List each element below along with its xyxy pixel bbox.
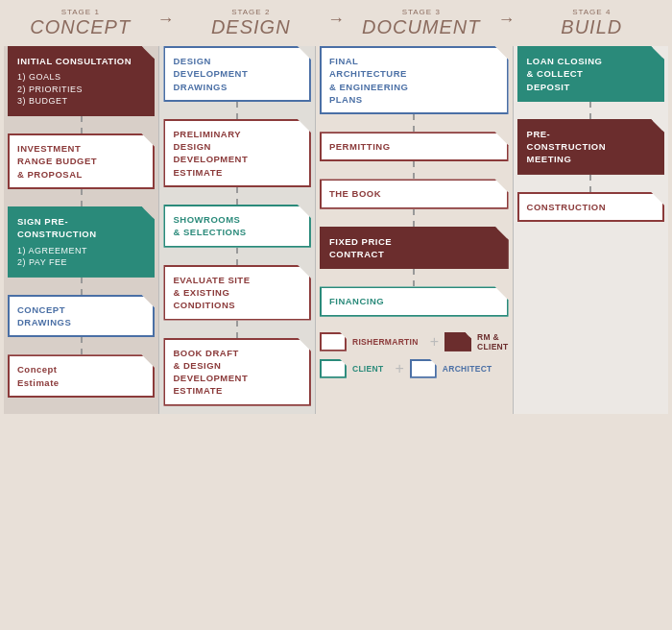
stage-2-header: STAGE 2 DESIGN	[175, 8, 328, 42]
connector-4	[81, 337, 83, 354]
concept-estimate-text: Concept Estimate	[17, 363, 145, 389]
connector-1	[81, 116, 83, 133]
fixed-price-text: FIXED PRICE CONTRACT	[329, 235, 499, 261]
stage-4-header: STAGE 4 BUILD	[516, 8, 669, 42]
stage-2-name: DESIGN	[211, 16, 291, 38]
plus-1: +	[430, 333, 439, 351]
arrow-1: →	[157, 10, 175, 30]
connector-d3	[236, 248, 238, 265]
connector-2	[81, 189, 83, 206]
concept-drawings-text: CONCEPT DRAWINGS	[17, 303, 145, 329]
connector-doc1	[413, 114, 415, 132]
stage-3-header: STAGE 3 DOCUMENT	[345, 8, 498, 42]
sign-pre-title: SIGN PRE- CONSTRUCTION	[17, 215, 145, 241]
stage-1-number: STAGE 1	[61, 8, 100, 16]
legend-rishermartin-icon	[320, 332, 347, 351]
legend-row-2: CLIENT + ARCHITECT	[320, 359, 509, 378]
connector-3	[81, 278, 83, 295]
plus-2: +	[395, 360, 403, 377]
connector-doc3	[413, 209, 415, 227]
permitting-card: PERMITTING	[320, 132, 509, 161]
final-architecture-card: FINAL ARCHITECTURE & ENGINEERING PLANS	[320, 46, 509, 114]
construction-text: CONSTRUCTION	[527, 201, 655, 213]
header: STAGE 1 CONCEPT → STAGE 2 DESIGN → STAGE…	[0, 0, 672, 46]
the-book-card: THE BOOK	[320, 179, 509, 208]
investment-range-text: INVESTMENT RANGE BUDGET & PROPOSAL	[17, 142, 145, 181]
construction-card: CONSTRUCTION	[517, 192, 664, 222]
legend-rmclient-label: RM & CLIENT	[477, 332, 509, 351]
evaluate-site-card: EVALUATE SITE & EXISTING CONDITIONS	[163, 265, 310, 321]
legend-architect-label: ARCHITECT	[443, 364, 492, 374]
stage-3-name: DOCUMENT	[362, 16, 481, 38]
arrow-2: →	[327, 10, 345, 30]
evaluate-site-text: EVALUATE SITE & EXISTING CONDITIONS	[173, 274, 300, 312]
initial-consultation-subtext: 1) GOALS 2) PRIORITIES 3) BUDGET	[17, 71, 145, 108]
stage-1-name: CONCEPT	[30, 16, 131, 38]
the-book-text: THE BOOK	[329, 187, 499, 200]
loan-closing-card: LOAN CLOSING & COLLECT DEPOSIT	[517, 46, 664, 102]
final-architecture-text: FINAL ARCHITECTURE & ENGINEERING PLANS	[329, 55, 499, 106]
permitting-text: PERMITTING	[329, 140, 499, 153]
legend-client-label: CLIENT	[352, 364, 384, 374]
connector-d4	[236, 321, 238, 338]
initial-consultation-card: INITIAL CONSULTATION 1) GOALS 2) PRIORIT…	[8, 46, 155, 116]
initial-consultation-title: INITIAL CONSULTATION	[17, 55, 145, 67]
col-document: FINAL ARCHITECTURE & ENGINEERING PLANS P…	[316, 46, 514, 414]
legend-row-1: RISHERMARTIN + RM & CLIENT	[320, 332, 509, 351]
arrow-3: →	[498, 10, 516, 30]
connector-d1	[236, 102, 238, 119]
concept-estimate-card: Concept Estimate	[8, 354, 155, 398]
pre-construction-card: PRE- CONSTRUCTION MEETING	[517, 119, 664, 175]
col-build: LOAN CLOSING & COLLECT DEPOSIT PRE- CONS…	[514, 46, 668, 414]
showrooms-text: SHOWROOMS & SELECTIONS	[173, 213, 300, 239]
financing-card: FINANCING	[320, 286, 509, 316]
design-development-card: DESIGN DEVELOPMENT DRAWINGS	[163, 46, 310, 102]
col-concept: INITIAL CONSULTATION 1) GOALS 2) PRIORIT…	[4, 46, 159, 414]
connector-d2	[236, 187, 238, 205]
fixed-price-card: FIXED PRICE CONTRACT	[320, 227, 509, 270]
connector-doc4	[413, 269, 415, 286]
stage-2-number: STAGE 2	[231, 8, 270, 16]
stage-1-header: STAGE 1 CONCEPT	[4, 8, 157, 42]
book-draft-card: BOOK DRAFT & DESIGN DEVELOPMENT ESTIMATE	[163, 338, 310, 406]
legend-architect-icon	[410, 359, 437, 378]
connector-b1	[589, 102, 591, 119]
main-container: STAGE 1 CONCEPT → STAGE 2 DESIGN → STAGE…	[0, 0, 672, 414]
preliminary-design-card: PRELIMINARY DESIGN DEVELOPMENT ESTIMATE	[163, 119, 310, 187]
stage-4-number: STAGE 4	[572, 8, 611, 16]
legend-client-icon	[320, 359, 347, 378]
legend-area: RISHERMARTIN + RM & CLIENT CLIENT + ARCH…	[320, 328, 509, 382]
stage-3-number: STAGE 3	[402, 8, 441, 16]
col-design: DESIGN DEVELOPMENT DRAWINGS PRELIMINARY …	[159, 46, 315, 414]
book-draft-text: BOOK DRAFT & DESIGN DEVELOPMENT ESTIMATE	[173, 347, 300, 398]
sign-pre-construction-card: SIGN PRE- CONSTRUCTION 1) AGREEMENT 2) P…	[8, 206, 155, 278]
loan-closing-text: LOAN CLOSING & COLLECT DEPOSIT	[527, 55, 655, 93]
sign-pre-subtext: 1) AGREEMENT 2) PAY FEE	[17, 245, 145, 269]
preliminary-design-text: PRELIMINARY DESIGN DEVELOPMENT ESTIMATE	[173, 128, 300, 179]
stage-4-name: BUILD	[561, 16, 622, 38]
financing-text: FINANCING	[329, 295, 499, 307]
design-development-text: DESIGN DEVELOPMENT DRAWINGS	[173, 55, 300, 93]
investment-range-card: INVESTMENT RANGE BUDGET & PROPOSAL	[8, 133, 155, 189]
connector-doc2	[413, 161, 415, 179]
connector-b2	[589, 175, 591, 192]
concept-drawings-card: CONCEPT DRAWINGS	[8, 295, 155, 338]
showrooms-card: SHOWROOMS & SELECTIONS	[163, 205, 310, 248]
pre-construction-text: PRE- CONSTRUCTION MEETING	[527, 128, 655, 166]
legend-rishermartin-label: RISHERMARTIN	[352, 337, 419, 347]
legend-rmclient-icon	[444, 332, 471, 351]
